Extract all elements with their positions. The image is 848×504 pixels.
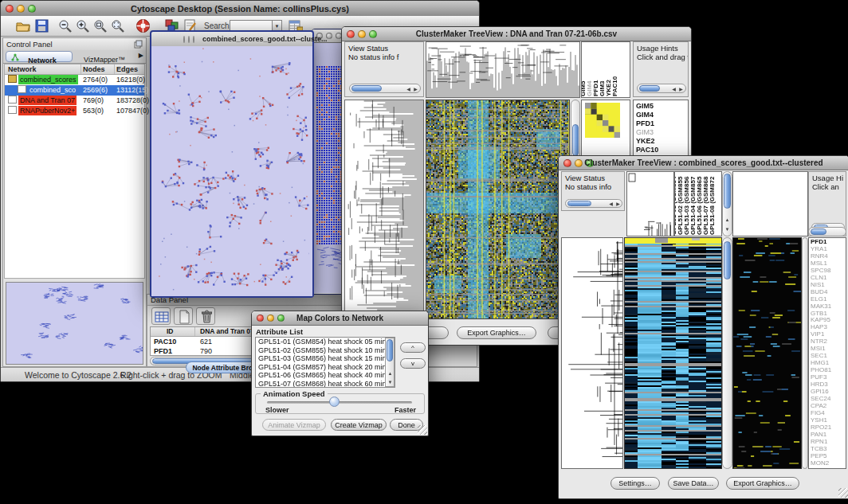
settings-button[interactable]: Settings… xyxy=(610,477,660,490)
gene-label[interactable]: BUD4 xyxy=(811,289,831,296)
view-status-scrollbar[interactable]: ◀▶ xyxy=(565,199,622,208)
animation-speed-slider-track[interactable] xyxy=(267,401,412,404)
row-dendrogram-canvas[interactable] xyxy=(345,100,423,318)
gene-label[interactable]: SPC98 xyxy=(811,268,831,275)
animate-vizmap-button[interactable]: Animate Vizmap xyxy=(262,419,326,431)
attribute-list-item[interactable]: GPL51-02 (GSM855) heat shock 10 min xyxy=(256,346,385,355)
gene-label[interactable]: MAK31 xyxy=(811,303,831,311)
zoom-fit-icon[interactable] xyxy=(111,19,125,33)
heatmap-canvas[interactable] xyxy=(625,238,721,468)
minimize-button[interactable] xyxy=(188,36,190,43)
network-table-row[interactable]: RNAPuberNov2+563(0)107847(0) xyxy=(5,106,144,116)
gene-label[interactable]: TCB3 xyxy=(811,446,831,453)
gene-label[interactable]: HRD3 xyxy=(811,381,831,389)
close-button[interactable] xyxy=(183,36,185,43)
gene-label[interactable]: KAP95 xyxy=(811,317,831,324)
column-labels-vscrollbar[interactable]: ▲▼ xyxy=(722,171,732,236)
gene-label[interactable]: GPI16 xyxy=(811,389,831,396)
gene-label[interactable]: HAP3 xyxy=(811,324,831,331)
gene-label[interactable]: ELG1 xyxy=(811,296,831,303)
gene-label[interactable]: PFD1 xyxy=(636,119,658,128)
network-overview[interactable] xyxy=(6,282,143,365)
gene-label[interactable]: MSI1 xyxy=(811,346,831,353)
network-table-row[interactable]: combined_sco2569(6)13112(15) xyxy=(5,85,144,96)
zoom-selected-icon[interactable] xyxy=(93,19,108,33)
animation-speed-slider-thumb[interactable] xyxy=(329,397,340,407)
gene-label[interactable]: MSL1 xyxy=(811,260,831,268)
col-nodes[interactable]: Nodes xyxy=(83,64,105,74)
move-up-button[interactable]: ^ xyxy=(400,342,426,353)
gene-label[interactable]: PAN1 xyxy=(811,432,831,439)
attribute-list-item[interactable]: GPL51-03 (GSM856) heat shock 15 min xyxy=(256,354,385,363)
gene-label[interactable]: GTB1 xyxy=(811,311,831,318)
export-graphics-button[interactable]: Export Graphics… xyxy=(726,477,799,490)
gene-label[interactable]: SEC1 xyxy=(811,353,831,360)
attribute-list-scrollbar[interactable]: ▲▼ xyxy=(385,338,395,387)
new-attribute-button[interactable] xyxy=(174,307,193,325)
gene-label[interactable]: PEP5 xyxy=(811,453,831,460)
network-view-canvas[interactable] xyxy=(151,46,309,293)
gene-label[interactable]: RPN1 xyxy=(811,439,831,446)
gene-label[interactable]: YKE2 xyxy=(636,137,658,146)
gene-label[interactable]: YSH1 xyxy=(811,417,831,424)
gene-label[interactable]: MON2 xyxy=(811,460,831,467)
zoom-in-icon[interactable] xyxy=(76,19,90,33)
col-edges[interactable]: Edges xyxy=(116,64,138,74)
gene-label[interactable]: PAC10 xyxy=(636,146,658,154)
gene-label[interactable]: RNR4 xyxy=(811,253,831,260)
gene-label[interactable]: VIP1 xyxy=(811,331,831,338)
usage-hints-scrollbar[interactable]: ◀▶ xyxy=(637,84,686,93)
attribute-list-item[interactable]: GPL51-01 (GSM854) heat shock 05 min xyxy=(256,338,385,346)
col-id[interactable]: ID xyxy=(167,327,174,336)
row-dendrogram-canvas[interactable] xyxy=(562,238,622,468)
resize-grip[interactable] xyxy=(838,488,848,498)
zoom-button[interactable] xyxy=(193,36,194,43)
attribute-list-item[interactable]: GPL51-06 (GSM865) heat shock 40 min xyxy=(256,371,385,380)
help-ring-icon[interactable] xyxy=(135,18,151,33)
table-mode-button[interactable] xyxy=(151,307,171,325)
tab-vizmapper[interactable]: VizMapper™ xyxy=(75,51,134,62)
tab-overflow-arrow[interactable]: ▶ xyxy=(139,52,143,59)
network-table-row[interactable]: DNA and Tran 07769(0)183728(0) xyxy=(5,96,144,106)
gene-label[interactable]: RPO21 xyxy=(811,424,831,432)
zoom-heatmap-canvas[interactable] xyxy=(733,238,801,468)
zoom-heatmap-vscrollbar[interactable] xyxy=(802,237,808,469)
zoom-matrix-canvas[interactable] xyxy=(585,103,620,138)
gene-label[interactable]: PFD1 xyxy=(811,239,831,246)
gene-label[interactable]: GIM4 xyxy=(636,111,658,119)
gene-label[interactable]: CLN1 xyxy=(811,275,831,282)
network-table-row[interactable]: combined_scores2764(0)16218(0) xyxy=(5,75,144,85)
heatmap-canvas[interactable] xyxy=(426,100,569,318)
gene-label[interactable]: CPA2 xyxy=(811,403,831,410)
main-titlebar[interactable]: Cytoscape Desktop (Session Name: collins… xyxy=(1,1,479,17)
save-icon[interactable] xyxy=(35,19,49,33)
zoom-out-icon[interactable] xyxy=(58,19,73,33)
float-panel-icon[interactable] xyxy=(134,40,143,49)
open-folder-icon[interactable] xyxy=(15,19,31,33)
gene-label[interactable]: GIM3 xyxy=(636,128,658,137)
create-vizmap-button[interactable]: Create Vizmap xyxy=(331,419,387,431)
col-network[interactable]: Network xyxy=(8,64,37,74)
gene-label[interactable]: NTR2 xyxy=(811,338,831,346)
save-data-button[interactable]: Save Data… xyxy=(668,477,719,490)
gene-label[interactable]: FIG4 xyxy=(811,410,831,417)
attribute-list-item[interactable]: GPL51-07 (GSM868) heat shock 60 min xyxy=(256,380,385,389)
delete-attribute-button[interactable] xyxy=(196,307,215,325)
gene-label[interactable]: SEC24 xyxy=(811,396,831,403)
gene-label[interactable]: YRA1 xyxy=(811,246,831,253)
tab-network[interactable]: Network xyxy=(6,51,73,62)
resize-grip[interactable] xyxy=(418,425,427,435)
gene-label[interactable]: PUF3 xyxy=(811,374,831,381)
view-status-scrollbar[interactable]: ◀▶ xyxy=(349,84,421,93)
gene-label[interactable]: HMG1 xyxy=(811,360,831,367)
column-dendrogram-canvas[interactable] xyxy=(426,42,579,97)
gene-label[interactable]: PHO81 xyxy=(811,367,831,374)
column-dendrogram-canvas[interactable] xyxy=(627,172,673,236)
export-graphics-button[interactable]: Export Graphics… xyxy=(457,326,536,339)
move-down-button[interactable]: v xyxy=(400,358,426,369)
attribute-list-item[interactable]: GPL51-04 (GSM857) heat shock 20 min xyxy=(256,363,385,372)
heatmap-vscrollbar[interactable] xyxy=(722,237,732,469)
gene-label[interactable]: NIS1 xyxy=(811,282,831,289)
network-overview-canvas[interactable] xyxy=(6,283,143,364)
gene-label[interactable]: GIM5 xyxy=(636,102,658,111)
